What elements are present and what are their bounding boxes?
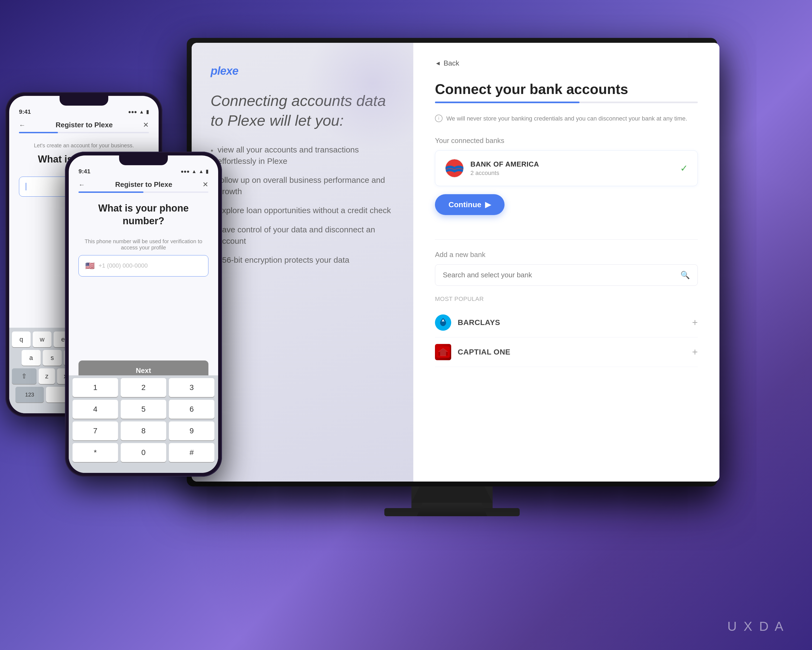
bank-accounts: 2 accounts bbox=[470, 170, 674, 177]
key-z[interactable]: z bbox=[39, 369, 55, 384]
phone1-helper-text: Let's create an account for your busines… bbox=[19, 142, 149, 149]
phone2-time: 9:41 bbox=[78, 168, 90, 175]
feature-text-4: have control of your data and disconnect… bbox=[218, 224, 394, 247]
hero-text: Connecting accounts data to Plexe will l… bbox=[211, 91, 394, 130]
phone-placeholder: +1 (000) 000-0000 bbox=[99, 262, 148, 269]
uxda-watermark: U X D A bbox=[727, 619, 785, 634]
monitor-wrap: plexe Connecting accounts data to Plexe … bbox=[168, 38, 736, 516]
page-title: Connect your bank accounts bbox=[435, 81, 698, 97]
phone-number: 9:41 ●●● ▲ ▲ ▮ ← Register to Plexe ✕ Wha… bbox=[65, 151, 222, 477]
connected-check-icon: ✓ bbox=[680, 163, 688, 174]
key-9[interactable]: 9 bbox=[169, 421, 214, 440]
phone2-status-bar: 9:41 ●●● ▲ ▲ ▮ bbox=[69, 165, 218, 175]
bank-of-america-card: BANK OF AMERICA 2 accounts ✓ bbox=[435, 150, 698, 186]
key-star[interactable]: * bbox=[73, 443, 118, 462]
signal-icon: ●●● bbox=[128, 109, 137, 115]
feature-text-5: 256-bit encryption protects your data bbox=[218, 254, 350, 266]
back-arrow-icon: ◄ bbox=[435, 60, 441, 67]
phone2-close-button[interactable]: ✕ bbox=[203, 180, 208, 189]
feature-list: • view all your accounts and transaction… bbox=[211, 144, 394, 266]
num-row-4: * 0 # bbox=[73, 443, 214, 462]
continue-label: Continue bbox=[449, 200, 481, 209]
phone2-header: ← Register to Plexe ✕ bbox=[69, 175, 218, 191]
continue-arrow-icon: ▶ bbox=[485, 200, 491, 209]
battery-icon-2: ▮ bbox=[206, 168, 208, 174]
key-6[interactable]: 6 bbox=[169, 400, 214, 419]
capital-one-name: CAPTIAL ONE bbox=[458, 348, 685, 356]
key-4[interactable]: 4 bbox=[73, 400, 118, 419]
num-row-1: 1 2 3 bbox=[73, 378, 214, 397]
key-0[interactable]: 0 bbox=[121, 443, 166, 462]
divider bbox=[435, 239, 698, 240]
barclays-name: BARCLAYS bbox=[458, 318, 685, 327]
phone2-progress-fill bbox=[78, 191, 143, 193]
phone2-phone-input[interactable]: 🇺🇸 +1 (000) 000-0000 bbox=[78, 255, 208, 277]
back-button[interactable]: ◄ Back bbox=[435, 59, 698, 67]
phone1-status-icons: ●●● ▲ ▮ bbox=[128, 109, 149, 115]
monitor-screen: plexe Connecting accounts data to Plexe … bbox=[192, 43, 719, 482]
phone2-title: Register to Plexe bbox=[115, 180, 172, 189]
barclays-list-item[interactable]: BARCLAYS + bbox=[435, 308, 698, 338]
key-q[interactable]: q bbox=[12, 332, 31, 347]
phone1-progress-fill bbox=[19, 132, 58, 133]
key-1[interactable]: 1 bbox=[73, 378, 118, 397]
plexe-logo-text: plexe bbox=[211, 64, 238, 77]
barclays-logo bbox=[435, 314, 451, 331]
phone2-back-button[interactable]: ← bbox=[78, 181, 85, 188]
phone1-close-button[interactable]: ✕ bbox=[143, 121, 149, 129]
key-hash[interactable]: # bbox=[169, 443, 214, 462]
num-row-2: 4 5 6 bbox=[73, 400, 214, 419]
feature-text-3: explore loan opportunities without a cre… bbox=[218, 205, 391, 216]
add-capital-one-icon[interactable]: + bbox=[692, 346, 698, 358]
phone2-progress-bar bbox=[78, 191, 208, 193]
screen-left-panel: plexe Connecting accounts data to Plexe … bbox=[192, 43, 413, 482]
key-numbers[interactable]: 123 bbox=[15, 387, 44, 402]
battery-icon: ▮ bbox=[146, 109, 149, 115]
add-barclays-icon[interactable]: + bbox=[692, 317, 698, 328]
continue-button[interactable]: Continue ▶ bbox=[435, 194, 505, 215]
connected-banks-label: Your connected banks bbox=[435, 136, 698, 145]
phone1-cursor bbox=[26, 183, 26, 190]
phone1-header: ← Register to Plexe ✕ bbox=[9, 115, 159, 132]
phone2-screen: 9:41 ●●● ▲ ▲ ▮ ← Register to Plexe ✕ Wha… bbox=[69, 156, 218, 473]
phone2-helper-text: This phone number will be used for verif… bbox=[78, 238, 208, 251]
phone2-keyboard[interactable]: 1 2 3 4 5 6 7 8 9 * 0 # bbox=[69, 375, 218, 473]
phone1-back-button[interactable]: ← bbox=[19, 121, 26, 129]
monitor-stand bbox=[411, 486, 493, 508]
key-3[interactable]: 3 bbox=[169, 378, 214, 397]
bank-name: BANK OF AMERICA bbox=[470, 160, 674, 168]
search-icon: 🔍 bbox=[681, 271, 690, 280]
num-row-3: 7 8 9 bbox=[73, 421, 214, 440]
screen-right-panel: ◄ Back Connect your bank accounts i We w… bbox=[413, 43, 719, 482]
search-bar[interactable]: 🔍 bbox=[435, 265, 698, 286]
capital-one-list-item[interactable]: CAPTIAL ONE + bbox=[435, 338, 698, 367]
phone1-notch bbox=[60, 96, 108, 106]
flag-icon: 🇺🇸 bbox=[85, 262, 95, 270]
feature-item-2: • follow up on overall business performa… bbox=[211, 174, 394, 197]
phone1-status-bar: 9:41 ●●● ▲ ▮ bbox=[9, 106, 159, 115]
bank-search-input[interactable] bbox=[443, 271, 676, 279]
key-2[interactable]: 2 bbox=[121, 378, 166, 397]
key-a[interactable]: a bbox=[21, 350, 41, 366]
most-popular-label: Most popular bbox=[435, 295, 698, 303]
phone1-time: 9:41 bbox=[19, 109, 31, 115]
feature-item-1: • view all your accounts and transaction… bbox=[211, 144, 394, 167]
phone1-progress-bar bbox=[19, 132, 149, 133]
add-bank-label: Add a new bank bbox=[435, 251, 698, 259]
wifi-icon-2: ▲ bbox=[192, 169, 197, 174]
info-icon: i bbox=[435, 115, 443, 122]
progress-bar-fill bbox=[435, 102, 580, 103]
feature-item-4: • have control of your data and disconne… bbox=[211, 224, 394, 247]
key-7[interactable]: 7 bbox=[73, 421, 118, 440]
key-8[interactable]: 8 bbox=[121, 421, 166, 440]
phone2-status-icons: ●●● ▲ ▲ ▮ bbox=[181, 168, 208, 174]
key-s[interactable]: s bbox=[43, 350, 62, 366]
info-text: We will never store your banking credent… bbox=[446, 114, 687, 123]
key-w[interactable]: w bbox=[33, 332, 52, 347]
feature-item-5: • 256-bit encryption protects your data bbox=[211, 254, 394, 266]
bank-info: BANK OF AMERICA 2 accounts bbox=[470, 160, 674, 177]
feature-item-3: • explore loan opportunities without a c… bbox=[211, 205, 394, 216]
key-shift[interactable]: ⇧ bbox=[12, 369, 37, 384]
key-5[interactable]: 5 bbox=[121, 400, 166, 419]
back-label: Back bbox=[444, 59, 459, 67]
